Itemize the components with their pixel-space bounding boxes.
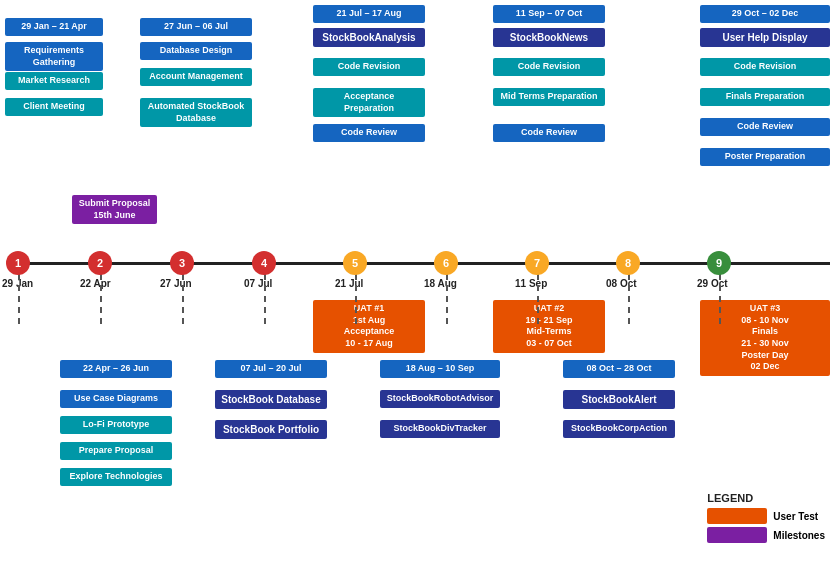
phase3-task3: Acceptance Preparation bbox=[313, 88, 425, 117]
milestone-8: 8 bbox=[616, 251, 640, 275]
date-5: 21 Jul bbox=[335, 278, 363, 289]
milestone-5: 5 bbox=[343, 251, 367, 275]
phase3-task4: Code Review bbox=[313, 124, 425, 142]
phase2-date: 27 Jun – 06 Jul bbox=[140, 18, 252, 36]
phase5-task1: User Help Display bbox=[700, 28, 830, 47]
phase1-task3: Client Meeting bbox=[5, 98, 103, 116]
phase2b-date: 22 Apr – 26 Jun bbox=[60, 360, 172, 378]
uat2-card: UAT #219 - 21 SepMid-Terms03 - 07 Oct bbox=[493, 300, 605, 353]
milestone-7: 7 bbox=[525, 251, 549, 275]
phase4b-task1: StockBookRobotAdvisor bbox=[380, 390, 500, 408]
phase4-task1: StockBookNews bbox=[493, 28, 605, 47]
dashed-5 bbox=[355, 274, 357, 324]
phase4-task2: Code Revision bbox=[493, 58, 605, 76]
milestone-note-submit: Submit Proposal 15th June bbox=[72, 195, 157, 224]
date-3: 27 Jun bbox=[160, 278, 192, 289]
dashed-6 bbox=[446, 274, 448, 324]
timeline-container: 29 Jan – 21 Apr Requirements Gathering M… bbox=[0, 0, 840, 576]
date-6: 18 Aug bbox=[424, 278, 457, 289]
phase5-task3: Finals Preparation bbox=[700, 88, 830, 106]
legend-label-usertest: User Test bbox=[773, 511, 818, 522]
dashed-1 bbox=[18, 274, 20, 324]
milestone-6: 6 bbox=[434, 251, 458, 275]
phase1-task2: Market Research bbox=[5, 72, 103, 90]
phase3b-task2: StockBook Portfolio bbox=[215, 420, 327, 439]
phase4b-date: 18 Aug – 10 Sep bbox=[380, 360, 500, 378]
phase4b-task2: StockBookDivTracker bbox=[380, 420, 500, 438]
phase1-task1: Requirements Gathering bbox=[5, 42, 103, 71]
phase2-task3: Automated StockBook Database bbox=[140, 98, 252, 127]
legend-title: LEGEND bbox=[707, 492, 825, 504]
uat1-card: UAT #11st AugAcceptance10 - 17 Aug bbox=[313, 300, 425, 353]
phase3-date: 21 Jul – 17 Aug bbox=[313, 5, 425, 23]
phase1-date: 29 Jan – 21 Apr bbox=[5, 18, 103, 36]
milestone-9: 9 bbox=[707, 251, 731, 275]
dashed-4 bbox=[264, 274, 266, 324]
legend: LEGEND User Test Milestones bbox=[707, 492, 825, 546]
phase2-task2: Account Management bbox=[140, 68, 252, 86]
phase5-task4: Code Review bbox=[700, 118, 830, 136]
dashed-8 bbox=[628, 274, 630, 324]
phase2b-task4: Explore Technologies bbox=[60, 468, 172, 486]
phase5b-task2: StockBookCorpAction bbox=[563, 420, 675, 438]
phase3-task1: StockBookAnalysis bbox=[313, 28, 425, 47]
phase2b-task1: Use Case Diagrams bbox=[60, 390, 172, 408]
phase2-task1: Database Design bbox=[140, 42, 252, 60]
phase3-task2: Code Revision bbox=[313, 58, 425, 76]
date-7: 11 Sep bbox=[515, 278, 547, 289]
phase5-task5: Poster Preparation bbox=[700, 148, 830, 166]
phase5-date: 29 Oct – 02 Dec bbox=[700, 5, 830, 23]
phase3b-date: 07 Jul – 20 Jul bbox=[215, 360, 327, 378]
dashed-9 bbox=[719, 274, 721, 324]
phase5-task2: Code Revision bbox=[700, 58, 830, 76]
date-8: 08 Oct bbox=[606, 278, 637, 289]
phase3b-task1: StockBook Database bbox=[215, 390, 327, 409]
dashed-2 bbox=[100, 274, 102, 324]
phase5b-task1: StockBookAlert bbox=[563, 390, 675, 409]
date-4: 07 Jul bbox=[244, 278, 272, 289]
legend-item-usertest: User Test bbox=[707, 508, 825, 524]
milestone-3: 3 bbox=[170, 251, 194, 275]
legend-item-milestones: Milestones bbox=[707, 527, 825, 543]
milestone-4: 4 bbox=[252, 251, 276, 275]
legend-label-milestones: Milestones bbox=[773, 530, 825, 541]
phase2b-task2: Lo-Fi Prototype bbox=[60, 416, 172, 434]
legend-box-milestones bbox=[707, 527, 767, 543]
phase4-task3: Mid Terms Preparation bbox=[493, 88, 605, 106]
date-9: 29 Oct bbox=[697, 278, 728, 289]
dashed-7 bbox=[537, 274, 539, 324]
phase2b-task3: Prepare Proposal bbox=[60, 442, 172, 460]
legend-box-usertest bbox=[707, 508, 767, 524]
phase5b-date: 08 Oct – 28 Oct bbox=[563, 360, 675, 378]
milestone-1: 1 bbox=[6, 251, 30, 275]
date-2: 22 Apr bbox=[80, 278, 111, 289]
phase4-task4: Code Review bbox=[493, 124, 605, 142]
phase4-date: 11 Sep – 07 Oct bbox=[493, 5, 605, 23]
milestone-2: 2 bbox=[88, 251, 112, 275]
dashed-3 bbox=[182, 274, 184, 324]
